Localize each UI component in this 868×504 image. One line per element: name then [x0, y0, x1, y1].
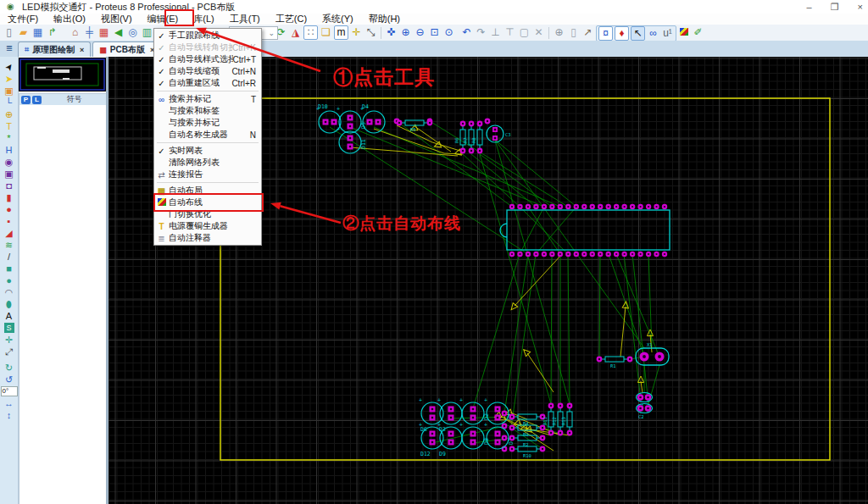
binoculars-icon[interactable]: ∞	[647, 27, 659, 40]
metric-icon[interactable]: m	[334, 25, 348, 40]
arc-icon[interactable]: ◠	[1, 286, 17, 298]
menu-item-搜索并标记[interactable]: ∞搜索并标记T	[154, 93, 261, 105]
new-file-icon[interactable]: ▯	[3, 26, 15, 39]
maximize-button[interactable]: ❐	[831, 2, 839, 13]
zoom-area-icon[interactable]: ⊡	[428, 26, 441, 39]
autoroute-icon[interactable]	[677, 26, 690, 39]
origin-icon[interactable]: ✛	[350, 26, 363, 39]
stamp-down-icon[interactable]: ⊥	[489, 26, 502, 39]
svg-text:+: +	[337, 106, 340, 112]
menu-item-自动注释器[interactable]: ≣自动注释器	[154, 232, 261, 244]
redo-icon[interactable]: ↷	[475, 26, 487, 39]
menu-工艺C[interactable]: 工艺(C)	[268, 14, 314, 25]
menu-item-与搜索和标签[interactable]: 与搜索和标签	[154, 105, 261, 117]
via-mode-icon[interactable]: ⊕	[1, 108, 17, 120]
layers-icon[interactable]: ❏	[320, 26, 332, 39]
export-icon[interactable]: ↱	[46, 26, 58, 39]
menu-item-实时网表[interactable]: ✓实时网表	[154, 145, 261, 157]
pad-smd-rect-icon[interactable]: ▮	[1, 191, 17, 203]
dimension-icon[interactable]: ⤢	[1, 346, 17, 357]
thermal-icon[interactable]: ♦	[615, 26, 629, 41]
menu-帮助H[interactable]: 帮助(H)	[361, 14, 408, 25]
zoom-gray-icon[interactable]: ⊕	[553, 26, 565, 39]
pad-polygon-icon[interactable]: ◢	[1, 227, 17, 239]
open-file-icon[interactable]: ▰	[17, 26, 30, 39]
circle-icon[interactable]: ●	[1, 274, 17, 286]
zoom-out-icon[interactable]: ⊖	[414, 26, 426, 39]
menu-item-与搜索并标记[interactable]: 与搜索并标记	[154, 117, 261, 129]
marker-icon[interactable]: ✛	[1, 334, 17, 346]
menu-item-手工跟踪布线[interactable]: ✓手工跟踪布线	[154, 30, 261, 42]
menu-item-自动导线缩颈[interactable]: ✓自动导线缩颈Ctrl+N	[154, 65, 261, 77]
package-mode-icon[interactable]: ▣	[1, 85, 17, 97]
menu-工具T[interactable]: 工具(T)	[222, 14, 268, 25]
sheet-icon[interactable]: ▯	[567, 26, 580, 39]
pad-smd-circle-icon[interactable]: ●	[1, 203, 17, 215]
tab-pcb[interactable]: ▦PCB布版×	[92, 42, 161, 57]
menu-系统Y[interactable]: 系统(Y)	[314, 14, 361, 25]
undo-icon[interactable]: ↶	[460, 26, 473, 39]
pad-dil-icon[interactable]: ◘	[1, 180, 17, 191]
drc-icon[interactable]: ✐	[692, 26, 704, 39]
pad-stack-icon[interactable]: ≋	[1, 239, 17, 251]
menu-视图V[interactable]: 视图(V)	[93, 14, 140, 25]
delete-icon[interactable]: ✕	[532, 26, 545, 39]
pick-parts-button[interactable]: P	[21, 96, 31, 104]
menu-item-自动名称生成器[interactable]: 自动名称生成器N	[154, 129, 261, 141]
library-button[interactable]: L	[32, 96, 42, 104]
menu-item-自动导线样式选择[interactable]: ✓自动导线样式选择Ctrl+T	[154, 53, 261, 65]
pad-round-icon[interactable]: ◉	[1, 156, 17, 168]
menu-item-连接报告[interactable]: ⇄连接报告	[154, 169, 261, 180]
pin-mode-icon[interactable]: ╪	[83, 26, 96, 39]
menu-文件F[interactable]: 文件(F)	[0, 14, 46, 25]
home-icon[interactable]: ⌂	[69, 26, 81, 39]
zone-mode-icon[interactable]: T	[1, 120, 17, 132]
rotate-ccw-icon[interactable]: ↺	[1, 374, 17, 385]
playback-icon[interactable]: ◀	[112, 26, 125, 39]
flip-v-icon[interactable]: ↕	[1, 409, 17, 421]
pad-square-icon[interactable]: ▣	[1, 168, 17, 180]
pick-icon[interactable]: ↗	[581, 26, 594, 39]
rotate-cw-icon[interactable]: ↻	[1, 362, 17, 374]
path-icon[interactable]: ⬮	[1, 298, 17, 310]
text-icon[interactable]: A	[1, 310, 17, 322]
connectivity-icon[interactable]: H	[1, 144, 17, 156]
menu-输出O[interactable]: 输出(O)	[46, 14, 93, 25]
menu-item-自动重建区域[interactable]: ✓自动重建区域Ctrl+R	[154, 77, 261, 89]
menu-item-清除网络列表[interactable]: 清除网络列表	[154, 157, 261, 169]
pad-smd-square-icon[interactable]: ▪	[1, 215, 17, 227]
box-icon[interactable]: ■	[1, 263, 17, 274]
search-icon[interactable]: ◎	[126, 26, 139, 39]
chip-green-icon[interactable]: ▥	[141, 26, 153, 39]
stamp-up-icon[interactable]: ⊤	[504, 26, 516, 39]
close-button[interactable]: ×	[858, 2, 863, 12]
tab-schematic[interactable]: ⌗原理图绘制×	[18, 42, 91, 57]
flip-h-icon[interactable]: ↔	[1, 397, 17, 409]
grid-icon[interactable]: ∷	[303, 25, 318, 40]
menu-item-自动导线转角切换[interactable]: ✓自动导线转角切换Ctrl+K	[154, 42, 261, 53]
menu-item-电源覆铜生成器[interactable]: T电源覆铜生成器	[154, 220, 261, 232]
minimize-button[interactable]: –	[807, 2, 812, 12]
zoom-all-icon[interactable]: ⊙	[442, 26, 455, 39]
copy-icon[interactable]: ▢	[518, 26, 531, 39]
select-tool-icon[interactable]: ↖	[631, 26, 645, 41]
report-icon: ⇄	[154, 170, 169, 180]
line-icon[interactable]: /	[1, 251, 17, 263]
lock-icon[interactable]: ¤	[598, 26, 613, 41]
setsquare-icon[interactable]: ◮	[289, 26, 302, 39]
svg-text:+: +	[459, 397, 463, 403]
save-icon[interactable]: ▦	[31, 26, 44, 39]
menu-shortcut: Ctrl+R	[231, 79, 261, 88]
rotation-angle-field[interactable]: 0°	[1, 386, 18, 396]
pages-icon[interactable]: ≣	[3, 43, 16, 56]
pan-icon[interactable]: ✜	[385, 26, 398, 39]
ratsnest-mode-icon[interactable]: *	[1, 132, 17, 144]
chip-red-icon[interactable]: ▦	[97, 26, 110, 39]
zoom-in-icon[interactable]: ⊕	[399, 26, 412, 39]
object-list[interactable]	[19, 105, 107, 504]
track-mode-icon[interactable]: └	[1, 97, 17, 108]
xcursor-icon[interactable]: ⤡	[364, 26, 377, 39]
symbol-icon[interactable]: S	[4, 323, 14, 333]
close-icon[interactable]: ×	[78, 46, 84, 54]
u123-icon[interactable]: u¹	[661, 27, 674, 40]
